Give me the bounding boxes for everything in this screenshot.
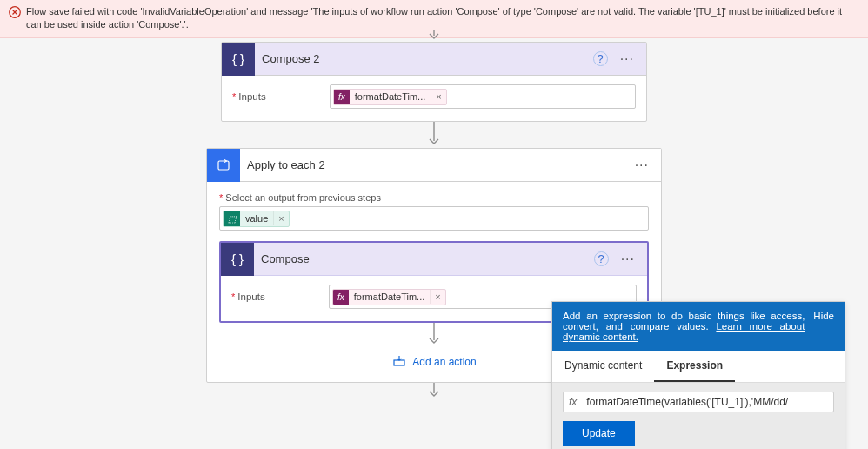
close-icon[interactable]: × [430, 290, 444, 304]
compose-icon: { } [222, 43, 255, 76]
text-cursor [584, 396, 584, 408]
compose2-inputs-label: Inputs [232, 91, 319, 102]
help-icon[interactable]: ? [594, 251, 609, 266]
close-icon[interactable]: × [431, 90, 445, 104]
fx-icon: fx [333, 290, 349, 305]
expression-popup: Add an expression to do basic things lik… [551, 301, 845, 449]
compose2-title: Compose 2 [262, 52, 586, 65]
compose-icon: { } [221, 243, 254, 276]
expression-panel: fx formatDateTime(variables('[TU_1]'),'M… [552, 383, 845, 449]
value-token[interactable]: ⬚ value × [223, 211, 290, 227]
compose-inputs-label: Inputs [231, 292, 318, 302]
close-icon[interactable]: × [273, 211, 288, 225]
compose2-body: Inputs fx formatDateTim... × [222, 76, 646, 121]
error-message: Flow save failed with code 'InvalidVaria… [26, 5, 859, 32]
compose2-header[interactable]: { } Compose 2 ? ··· [222, 43, 646, 76]
popup-tip: Add an expression to do basic things lik… [552, 302, 845, 351]
popup-tabs: Dynamic content Expression [552, 351, 845, 383]
value-icon: ⬚ [224, 211, 240, 226]
svg-rect-7 [394, 360, 404, 365]
fx-token-text: formatDateTim... [350, 90, 431, 104]
select-output-label: Select an output from previous steps [219, 192, 649, 203]
add-action-icon [391, 356, 407, 368]
add-action-label: Add an action [412, 356, 476, 368]
compose-header[interactable]: { } Compose ? ··· [221, 243, 647, 276]
value-token-text: value [240, 211, 273, 225]
error-icon [9, 6, 21, 18]
loop-header[interactable]: Apply to each 2 ··· [207, 149, 661, 182]
compose-menu[interactable]: ··· [616, 251, 640, 267]
loop-icon [207, 149, 240, 182]
fx-token-text: formatDateTim... [349, 290, 431, 304]
fx-icon: fx [569, 396, 577, 408]
expression-input[interactable]: fx formatDateTime(variables('[TU_1]'),'M… [563, 392, 834, 412]
tab-dynamic-content[interactable]: Dynamic content [552, 351, 654, 382]
fx-token[interactable]: fx formatDateTim... × [332, 289, 446, 305]
connector-mid [0, 122, 868, 148]
update-button[interactable]: Update [563, 421, 635, 446]
compose2-inputs-field[interactable]: fx formatDateTim... × [330, 84, 636, 109]
loop-menu[interactable]: ··· [630, 157, 654, 173]
compose-title: Compose [261, 252, 587, 265]
connector-top [0, 30, 868, 42]
fx-icon: fx [334, 90, 350, 104]
compose2-card[interactable]: { } Compose 2 ? ··· Inputs fx formatDate… [221, 42, 647, 122]
hide-button[interactable]: Hide [813, 311, 834, 342]
fx-token[interactable]: fx formatDateTim... × [333, 89, 447, 105]
help-icon[interactable]: ? [593, 51, 608, 66]
compose2-menu[interactable]: ··· [615, 51, 639, 67]
loop-title: Apply to each 2 [247, 158, 623, 171]
tab-expression[interactable]: Expression [654, 351, 735, 382]
svg-rect-5 [218, 161, 229, 170]
select-output-field[interactable]: ⬚ value × [219, 206, 649, 231]
expression-text: formatDateTime(variables('[TU_1]'),'MM/d… [586, 396, 788, 408]
